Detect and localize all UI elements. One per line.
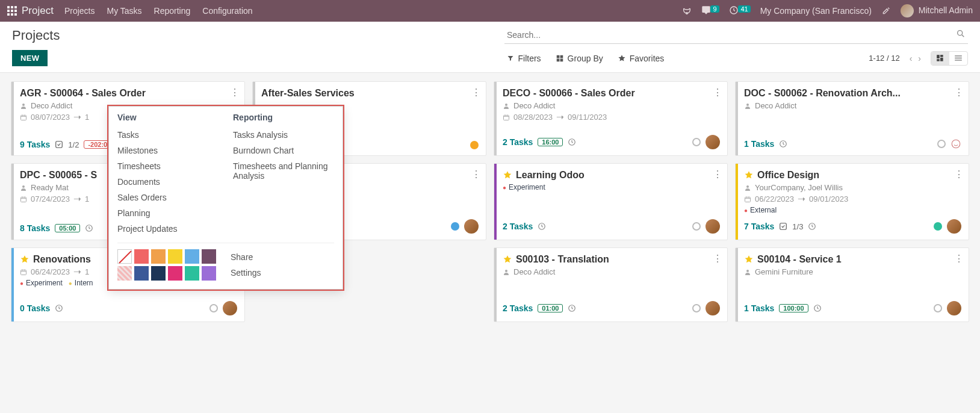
color-swatch[interactable] [134,249,149,264]
assignee-avatar[interactable] [223,301,237,315]
company-switcher[interactable]: My Company (San Francisco) [760,6,872,16]
status-ring[interactable] [934,304,942,312]
tasks-count[interactable]: 9 Tasks [20,140,50,149]
nav-my-tasks[interactable]: My Tasks [107,6,142,16]
card-kebab-icon[interactable]: ⋮ [954,87,964,98]
project-card[interactable]: ⋮S00103 - TranslationDeco Addict2 Tasks0… [494,247,728,322]
status-ring[interactable] [937,140,946,148]
assignee-avatar[interactable] [947,301,961,315]
tasks-count[interactable]: 2 Tasks [503,303,533,313]
tasks-count[interactable]: 2 Tasks [503,137,533,147]
status-ring[interactable] [692,222,701,231]
user-menu[interactable]: Mitchell Admin [901,4,973,17]
card-kebab-icon[interactable]: ⋮ [954,253,964,264]
tasks-count[interactable]: 8 Tasks [20,223,50,233]
project-card[interactable]: ⋮Learning OdooExperiment2 Tasks [494,163,728,240]
pager-next[interactable]: › [918,54,921,63]
card-kebab-icon[interactable]: ⋮ [713,169,722,180]
card-kebab-icon[interactable]: ⋮ [230,87,240,98]
assignee-avatar[interactable] [464,219,479,234]
card-customer: YourCompany, Joel Willis [744,183,961,192]
brand[interactable]: Project [7,5,54,17]
apps-icon[interactable] [7,6,17,16]
pager-prev[interactable]: ‹ [910,54,913,63]
status-ring[interactable] [692,138,701,146]
favorites-button[interactable]: Favorites [618,54,665,63]
star-icon[interactable] [744,255,754,264]
color-swatch[interactable] [151,266,166,281]
dropdown-tasks[interactable]: Tasks [117,127,219,143]
card-kebab-icon[interactable]: ⋮ [471,87,481,98]
project-card[interactable]: ⋮S00104 - Service 1Gemini Furniture1 Tas… [735,247,969,322]
color-swatch[interactable] [202,266,216,281]
dropdown-tasks-analysis[interactable]: Tasks Analysis [233,127,334,143]
groupby-button[interactable]: Group By [556,54,603,63]
tasks-count[interactable]: 2 Tasks [503,222,533,231]
nav-configuration[interactable]: Configuration [202,6,252,16]
card-title: AGR - S00064 - Sales Order [20,88,237,99]
color-swatch[interactable] [134,266,149,281]
color-swatch[interactable] [117,249,132,264]
new-button[interactable]: NEW [12,50,48,66]
kanban-view-button[interactable] [931,52,949,65]
list-view-button[interactable] [949,52,967,65]
smiley-icon[interactable] [951,138,961,149]
nav-reporting[interactable]: Reporting [154,6,191,16]
dropdown-milestones[interactable]: Milestones [117,143,219,158]
svg-point-11 [958,31,963,36]
status-dot[interactable] [470,141,479,149]
star-icon[interactable] [20,255,29,264]
project-card[interactable]: ⋮DECO - S00066 - Sales OrderDeco Addict0… [494,81,728,156]
tasks-count[interactable]: 7 Tasks [744,222,774,231]
phone-icon[interactable] [682,6,692,16]
dropdown-settings[interactable]: Settings [231,265,261,281]
tasks-count[interactable]: 1 Tasks [744,303,774,313]
dropdown-share[interactable]: Share [231,249,261,265]
clock-icon [813,304,822,312]
color-swatch[interactable] [117,266,132,281]
assignee-avatar[interactable] [706,135,720,149]
card-kebab-icon[interactable]: ⋮ [954,169,964,180]
status-ring[interactable] [209,304,218,312]
clock-badge: 41 [738,5,750,13]
status-dot[interactable] [451,222,459,231]
assignee-avatar[interactable] [947,219,961,234]
dropdown-sales-orders[interactable]: Sales Orders [117,190,219,205]
assignee-avatar[interactable] [706,219,720,234]
color-swatch[interactable] [202,249,216,264]
star-icon[interactable] [503,255,512,264]
dropdown-burndown-chart[interactable]: Burndown Chart [233,143,334,158]
dropdown-timesheets-planning[interactable]: Timesheets and Planning Analysis [233,158,334,184]
card-kebab-icon[interactable]: ⋮ [471,169,481,180]
star-icon[interactable] [744,170,754,180]
color-swatch[interactable] [185,249,199,264]
card-kebab-icon[interactable]: ⋮ [713,253,722,264]
card-kebab-icon[interactable]: ⋮ [713,87,722,98]
color-swatch[interactable] [185,266,199,281]
svg-rect-8 [14,13,17,16]
star-icon[interactable] [503,170,512,180]
project-card[interactable]: ⋮DOC - S00062 - Renovation Arch...Deco A… [735,81,969,156]
tools-icon[interactable] [881,6,891,16]
dropdown-documents[interactable]: Documents [117,174,219,190]
status-ring[interactable] [692,304,701,312]
color-swatch[interactable] [151,249,166,264]
search-icon[interactable] [956,29,966,39]
dropdown-timesheets[interactable]: Timesheets [117,158,219,174]
project-card[interactable]: ⋮Office DesignYourCompany, Joel Willis06… [735,163,969,240]
search-input[interactable] [504,26,968,44]
color-swatch[interactable] [168,249,182,264]
card-title: After-Sales Services [261,88,479,99]
tasks-count[interactable]: 0 Tasks [20,303,50,313]
chat-icon-wrap[interactable]: 9 [701,5,719,17]
status-dot[interactable] [934,222,942,231]
tasks-count[interactable]: 1 Tasks [744,139,774,149]
nav-projects[interactable]: Projects [64,6,95,16]
svg-point-43 [505,270,507,272]
dropdown-project-updates[interactable]: Project Updates [117,221,219,237]
dropdown-planning[interactable]: Planning [117,205,219,221]
assignee-avatar[interactable] [706,301,720,315]
filters-button[interactable]: Filters [507,54,541,63]
color-swatch[interactable] [168,266,182,281]
clock-icon-wrap[interactable]: 41 [729,5,751,17]
